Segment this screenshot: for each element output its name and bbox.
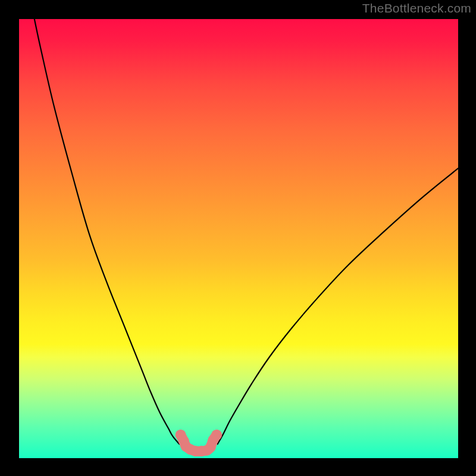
bottleneck-curve bbox=[218, 168, 458, 444]
data-marker bbox=[202, 445, 212, 456]
chart-svg bbox=[19, 19, 458, 458]
chart-plot-area bbox=[19, 19, 458, 458]
bottleneck-curve bbox=[35, 19, 180, 444]
watermark-text: TheBottleneck.com bbox=[362, 1, 471, 15]
